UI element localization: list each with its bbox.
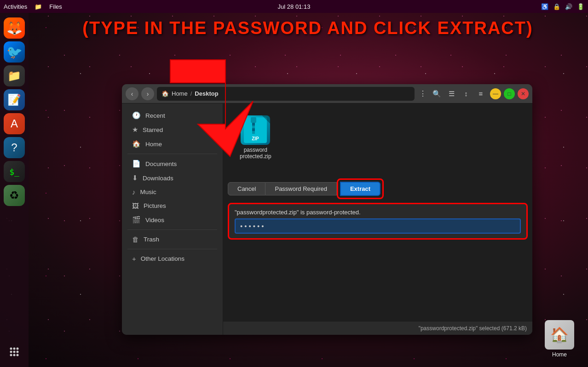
- breadcrumb-separator: /: [190, 90, 192, 97]
- back-button[interactable]: ‹: [126, 87, 138, 100]
- topbar: Activities 📁 Files Jul 28 01:13 ♿ 🔒 🔊 🔋: [0, 0, 588, 13]
- sidebar-item-recent[interactable]: 🕐 Recent: [125, 109, 220, 122]
- sidebar-item-music[interactable]: ♪ Music: [125, 185, 220, 199]
- zip-file-svg: ZIP: [244, 117, 267, 143]
- fm-body: 🕐 Recent ★ Starred 🏠 Home 📄 Documents ⬇ …: [122, 103, 532, 335]
- network-icon: 🔒: [553, 3, 560, 10]
- svg-rect-12: [252, 123, 255, 126]
- cancel-button[interactable]: Cancel: [228, 182, 265, 195]
- sidebar-music-label: Music: [140, 189, 156, 195]
- topbar-left: Activities 📁 Files: [4, 3, 541, 10]
- dialog-area: Cancel Password Required Extract "passwo…: [223, 175, 532, 243]
- sidebar-item-starred[interactable]: ★ Starred: [125, 123, 220, 137]
- maximize-button[interactable]: □: [504, 88, 515, 99]
- sidebar-item-trash[interactable]: 🗑 Trash: [125, 233, 220, 246]
- starred-icon: ★: [132, 126, 138, 134]
- sidebar-videos-label: Videos: [145, 217, 164, 224]
- sidebar-recent-label: Recent: [145, 112, 165, 119]
- svg-point-3: [10, 351, 12, 353]
- downloads-icon: ⬇: [132, 174, 138, 182]
- pictures-icon: 🖼: [132, 202, 139, 210]
- svg-point-4: [13, 351, 16, 353]
- breadcrumb-home[interactable]: Home: [172, 90, 188, 97]
- topbar-datetime: Jul 28 01:13: [278, 3, 311, 10]
- close-button[interactable]: ✕: [518, 88, 529, 99]
- appstore-dock-icon[interactable]: A: [4, 113, 25, 134]
- status-text: "passwordprotected.zip" selected (671.2 …: [419, 325, 527, 332]
- sidebar-divider-3: [127, 249, 217, 249]
- sidebar-item-other-locations[interactable]: + Other Locations: [125, 252, 220, 265]
- sidebar-other-locations-label: Other Locations: [141, 255, 184, 262]
- sidebar-pictures-label: Pictures: [144, 202, 166, 209]
- sidebar-home-label: Home: [145, 141, 162, 148]
- sidebar-item-documents[interactable]: 📄 Documents: [125, 157, 220, 171]
- sidebar-downloads-label: Downloads: [143, 175, 173, 182]
- fm-main: ZIP passwordprotected.zip Cancel Passwor…: [223, 103, 532, 335]
- extract-button[interactable]: Extract: [340, 182, 380, 196]
- svg-point-0: [10, 348, 12, 350]
- file-zip-icon: ZIP: [241, 115, 270, 145]
- extract-highlight: Extract: [337, 178, 384, 199]
- fm-sidebar: 🕐 Recent ★ Starred 🏠 Home 📄 Documents ⬇ …: [122, 103, 223, 335]
- sidebar-documents-label: Documents: [145, 161, 177, 167]
- more-options-button[interactable]: ⋮: [417, 88, 428, 99]
- files-dock-icon[interactable]: 📁: [4, 65, 25, 86]
- minimize-button[interactable]: —: [490, 88, 501, 99]
- svg-point-5: [17, 351, 19, 353]
- forward-button[interactable]: ›: [141, 87, 154, 100]
- sidebar-trash-label: Trash: [144, 236, 159, 243]
- search-button[interactable]: 🔍: [430, 87, 443, 100]
- instruction-text: (TYPE IN THE PASSWORD AND CLICK EXTRACT): [37, 18, 579, 38]
- password-required-label: Password Required: [265, 182, 336, 195]
- menu-button[interactable]: ≡: [474, 87, 487, 100]
- home-sidebar-icon: 🏠: [132, 140, 141, 148]
- help-dock-icon[interactable]: ?: [4, 137, 25, 158]
- breadcrumb-current: Desktop: [195, 90, 218, 97]
- trash-dock-icon[interactable]: ♻: [4, 185, 25, 206]
- password-input[interactable]: [235, 218, 521, 234]
- svg-rect-11: [251, 117, 256, 123]
- fm-header-actions: ⋮ 🔍 ☰ ↕ ≡: [417, 87, 487, 100]
- home-desktop-icon: 🏠: [545, 320, 574, 350]
- svg-point-7: [13, 354, 16, 356]
- file-manager-window: ‹ › 🏠 Home / Desktop ⋮ 🔍 ☰ ↕ ≡ — □ ✕ 🕐 R…: [122, 84, 532, 335]
- sort-button[interactable]: ↕: [460, 87, 473, 100]
- sidebar-starred-label: Starred: [143, 126, 163, 133]
- app-grid-icon[interactable]: [4, 341, 25, 362]
- breadcrumb[interactable]: 🏠 Home / Desktop: [157, 87, 415, 101]
- battery-icon: 🔋: [577, 3, 584, 10]
- svg-rect-14: [252, 128, 255, 131]
- sidebar-divider-1: [127, 154, 217, 154]
- desktop-home[interactable]: 🏠 Home: [545, 320, 574, 358]
- view-toggle-button[interactable]: ☰: [445, 87, 458, 100]
- sidebar-item-home[interactable]: 🏠 Home: [125, 137, 220, 151]
- sidebar-item-pictures[interactable]: 🖼 Pictures: [125, 199, 220, 212]
- files-label[interactable]: Files: [49, 3, 62, 10]
- svg-point-1: [13, 348, 16, 350]
- svg-point-8: [17, 354, 19, 356]
- documents-icon: 📄: [132, 160, 141, 168]
- videos-icon: 🎬: [132, 216, 141, 224]
- svg-point-6: [10, 354, 12, 356]
- volume-icon: 🔊: [565, 3, 572, 10]
- fm-header: ‹ › 🏠 Home / Desktop ⋮ 🔍 ☰ ↕ ≡ — □ ✕: [122, 84, 532, 103]
- sidebar-item-downloads[interactable]: ⬇ Downloads: [125, 171, 220, 185]
- sidebar-item-videos[interactable]: 🎬 Videos: [125, 213, 220, 227]
- file-item[interactable]: ZIP passwordprotected.zip: [237, 113, 274, 162]
- topbar-right: ♿ 🔒 🔊 🔋: [541, 3, 584, 10]
- password-info-text: "passwordprotected.zip" is password-prot…: [235, 209, 521, 216]
- activities-label[interactable]: Activities: [4, 3, 27, 10]
- dock: 🦊 🐦 📁 📝 A ? $_ ♻: [0, 13, 29, 367]
- writer-dock-icon[interactable]: 📝: [4, 89, 25, 110]
- dialog-buttons-row: Cancel Password Required Extract: [228, 178, 528, 199]
- firefox-dock-icon[interactable]: 🦊: [4, 17, 25, 39]
- password-info-box: "passwordprotected.zip" is password-prot…: [228, 203, 528, 240]
- svg-rect-13: [252, 126, 255, 128]
- files-menu-icon: 📁: [35, 3, 42, 10]
- thunderbird-dock-icon[interactable]: 🐦: [4, 41, 25, 63]
- home-breadcrumb-icon: 🏠: [161, 90, 169, 97]
- home-desktop-label: Home: [552, 351, 567, 358]
- svg-rect-15: [252, 131, 255, 134]
- svg-text:ZIP: ZIP: [252, 136, 259, 141]
- terminal-dock-icon[interactable]: $_: [4, 161, 25, 182]
